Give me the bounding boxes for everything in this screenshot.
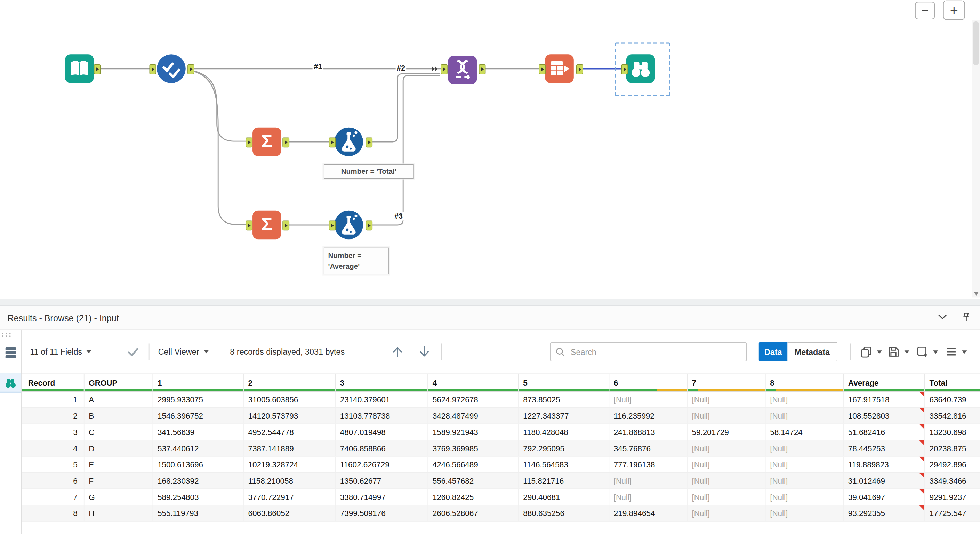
table-cell: 59.201729 <box>687 424 766 440</box>
save-button[interactable] <box>888 346 909 358</box>
table-cell: [Null] <box>766 457 844 472</box>
scrollbar-thumb[interactable] <box>973 21 978 65</box>
data-tab-button[interactable]: Data <box>759 342 788 361</box>
table-cell: [Null] <box>687 440 766 456</box>
table-cell: [Null] <box>687 392 766 407</box>
wire-check-to-summarize2[interactable] <box>189 70 246 224</box>
zoom-out-button[interactable]: − <box>915 2 935 19</box>
output-anchor[interactable] <box>94 64 101 75</box>
metadata-tab-button[interactable]: Metadata <box>788 342 837 361</box>
search-box[interactable] <box>550 342 747 361</box>
table-row[interactable]: 5E1500.61369610219.32872411602.626729424… <box>22 457 980 473</box>
copy-button[interactable] <box>860 346 882 358</box>
column-header[interactable]: 5 <box>519 374 609 391</box>
table-tool[interactable] <box>545 54 574 83</box>
formula-tool-2[interactable] <box>334 211 363 240</box>
summarize-tool-2[interactable]: Σ <box>253 211 282 240</box>
input-anchor[interactable] <box>245 137 253 148</box>
input-anchor[interactable] <box>150 64 156 75</box>
output-anchor[interactable] <box>366 221 372 230</box>
wire-formula2-to-join[interactable] <box>372 75 440 225</box>
open-in-new-window-button[interactable] <box>916 346 938 358</box>
input-data-tool[interactable] <box>65 54 94 83</box>
formula1-annotation[interactable]: Number = 'Total' <box>324 164 414 179</box>
table-cell: 241.868813 <box>609 424 687 440</box>
input-anchor[interactable] <box>621 64 628 75</box>
grid-header: RecordGROUP12345678AverageTotal <box>22 374 980 392</box>
canvas-vertical-scrollbar[interactable] <box>972 20 980 297</box>
browse-tool[interactable] <box>626 54 655 83</box>
column-header[interactable]: 4 <box>428 374 519 391</box>
wire-formula1-to-join[interactable] <box>372 74 440 142</box>
sigma-icon: Σ <box>261 215 272 234</box>
formula-tool-1[interactable] <box>334 127 363 156</box>
table-row[interactable]: 2B1546.39675214120.57379313103.778738342… <box>22 408 980 424</box>
table-cell: [Null] <box>766 505 844 521</box>
apply-check-icon[interactable] <box>126 345 140 359</box>
pin-icon[interactable] <box>961 312 971 322</box>
collapse-chevron-icon[interactable] <box>937 313 948 320</box>
chevron-down-icon <box>204 350 208 353</box>
column-header[interactable]: 6 <box>609 374 687 391</box>
column-header[interactable]: 1 <box>153 374 244 391</box>
column-header[interactable]: GROUP <box>84 374 153 391</box>
zoom-in-button[interactable]: + <box>943 1 965 20</box>
table-cell: 31.012469 <box>844 473 925 488</box>
table-cell: 3769.369985 <box>428 440 519 456</box>
formula2-annotation[interactable]: Number = 'Average' <box>324 248 389 275</box>
column-header[interactable]: Record <box>22 374 84 391</box>
dock-results-button[interactable] <box>4 345 18 362</box>
scrollbar-down-arrow-icon[interactable] <box>974 292 978 296</box>
check-tool[interactable] <box>157 54 186 83</box>
truncation-flag-icon <box>920 440 924 445</box>
column-header[interactable]: Average <box>844 374 925 391</box>
column-header[interactable]: Total <box>925 374 980 391</box>
scroll-down-button[interactable] <box>418 345 431 359</box>
truncation-flag-icon <box>920 424 924 429</box>
table-row[interactable]: 7G589.2548033770.7229173380.7149971260.8… <box>22 489 980 505</box>
truncation-flag-icon <box>920 408 924 413</box>
browse-anchor-tab[interactable] <box>0 374 21 393</box>
output-anchor[interactable] <box>366 137 372 148</box>
scroll-up-button[interactable] <box>391 345 404 359</box>
join-multiple-tool[interactable] <box>448 56 477 84</box>
results-panel: Results - Browse (21) - Input 11 of 11 F… <box>0 306 980 534</box>
output-anchor[interactable] <box>479 64 486 75</box>
summarize-tool-1[interactable]: Σ <box>253 127 282 156</box>
table-row[interactable]: 4D537.4406127387.1418897406.8588663769.3… <box>22 440 980 457</box>
workflow-canvas[interactable]: Σ Σ <box>0 0 980 299</box>
drag-handle-dots-icon[interactable] <box>2 333 12 337</box>
input-anchor[interactable] <box>441 64 447 75</box>
table-row[interactable]: 8H555.1197936063.860527399.5091762606.52… <box>22 505 980 522</box>
table-row[interactable]: 1A2995.93307531005.60385623140.379601562… <box>22 392 980 408</box>
input-anchor[interactable] <box>539 64 546 75</box>
output-anchor[interactable] <box>282 221 290 230</box>
input-anchor[interactable] <box>329 221 336 230</box>
fields-dropdown[interactable]: 11 of 11 Fields <box>30 347 91 356</box>
output-anchor[interactable] <box>282 137 290 148</box>
input-anchor[interactable] <box>245 221 253 230</box>
more-options-button[interactable] <box>945 346 967 358</box>
output-anchor[interactable] <box>188 64 194 75</box>
column-header[interactable]: 3 <box>336 374 428 391</box>
multi-input-arrows-icon <box>432 67 438 71</box>
table-cell: [Null] <box>687 489 766 505</box>
toolbar-separator <box>850 343 851 360</box>
column-header[interactable]: 2 <box>244 374 336 391</box>
search-input[interactable] <box>569 346 741 358</box>
column-header[interactable]: 8 <box>766 374 844 391</box>
panel-splitter[interactable] <box>0 299 980 306</box>
table-cell: 1546.396752 <box>153 408 244 424</box>
cell-viewer-dropdown[interactable]: Cell Viewer <box>158 347 208 356</box>
table-cell: 341.56639 <box>153 424 244 440</box>
table-cell: 3770.722917 <box>244 489 336 505</box>
data-quality-bar <box>687 389 765 391</box>
table-row[interactable]: 6F168.2303921158.2100581350.62677556.457… <box>22 473 980 489</box>
results-grid[interactable]: RecordGROUP12345678AverageTotal 1A2995.9… <box>22 374 980 534</box>
table-row[interactable]: 3C341.566394952.5447784807.0194981589.92… <box>22 424 980 440</box>
output-anchor[interactable] <box>576 64 583 75</box>
table-cell: 6 <box>22 473 84 488</box>
input-anchor[interactable] <box>329 137 336 148</box>
column-header[interactable]: 7 <box>687 374 766 391</box>
table-cell: C <box>84 424 153 440</box>
